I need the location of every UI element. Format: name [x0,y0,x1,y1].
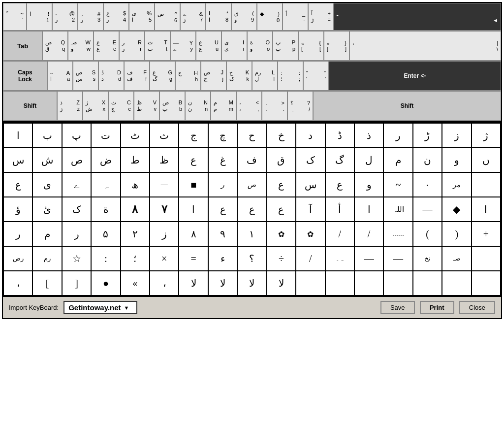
import-keyboard-dropdown[interactable]: Getintoway.net ▼ [63,301,137,314]
char-cell[interactable]: ، [150,271,179,296]
char-cell[interactable]: د [296,124,325,148]
char-cell[interactable]: ط [121,148,150,173]
key-b[interactable]: ضBبb [159,91,185,121]
key-backspace[interactable]: ـ◄ [334,3,501,31]
key-e[interactable]: عEعe [94,31,119,61]
char-cell[interactable]: ا [179,197,208,222]
char-cell[interactable]: رم [33,247,62,271]
key-z[interactable]: ذZزz [57,91,83,121]
key-0[interactable]: ◆)0 [257,3,283,31]
char-cell[interactable]: ڈ [326,124,355,148]
key-j[interactable]: ضJجj [201,61,226,91]
key-q[interactable]: ضQقq [42,31,68,61]
key-m[interactable]: مMمm [211,91,236,121]
char-cell[interactable]: م [33,222,62,247]
char-cell[interactable]: — [150,173,179,197]
char-cell[interactable]: ۲ [121,222,150,247]
char-cell[interactable] [442,271,472,296]
char-cell[interactable]: ہ [92,173,121,197]
char-cell[interactable]: ۰ [413,173,442,197]
char-cell[interactable]: ے [63,173,92,197]
char-cell[interactable]: ع [209,197,238,222]
key-u[interactable]: عUعu [196,31,221,61]
char-cell[interactable]: [ [33,271,62,296]
char-cell[interactable]: × [150,247,179,271]
char-cell[interactable]: ڑ [413,124,442,148]
key-5[interactable]: ی%ا5 [129,3,155,31]
char-cell[interactable]: پ [63,124,92,148]
char-cell[interactable]: نخ [413,247,442,271]
key-lbracket[interactable]: «{[[ [298,31,324,61]
char-cell[interactable]: ب [33,124,62,148]
char-cell[interactable]: ک [296,148,325,173]
char-cell[interactable]: ص [238,173,267,197]
char-cell[interactable]: لا [209,271,238,296]
char-cell[interactable]: ع [326,173,355,197]
char-cell[interactable] [384,271,413,296]
char-cell[interactable]: ٹ [121,124,150,148]
char-cell[interactable]: ع [4,173,33,197]
key-3[interactable]: ؍#ر3 [78,3,103,31]
key-shift-left[interactable]: Shift [3,91,57,121]
print-button[interactable]: Print [420,301,454,314]
key-l[interactable]: رمLلl [252,61,278,91]
char-cell[interactable]: أ [326,197,355,222]
key-2[interactable]: ،@ر2 [52,3,78,31]
char-cell[interactable]: اللہ [384,197,413,222]
char-cell[interactable]: س [296,173,325,197]
char-cell[interactable]: ■ [179,173,208,197]
char-cell[interactable]: لا [267,271,296,296]
char-cell[interactable]: ر [4,222,33,247]
key-p[interactable]: پPپp [273,31,298,61]
char-cell[interactable] [326,271,355,296]
key-w[interactable]: صـWوw [68,31,94,61]
key-1[interactable]: ا!1 [27,3,52,31]
char-cell[interactable]: س [4,148,33,173]
char-cell[interactable]: ع [267,173,296,197]
char-cell[interactable]: ئ [33,197,62,222]
char-cell[interactable]: / [355,222,384,247]
char-cell[interactable]: ر [209,173,238,197]
char-cell[interactable]: ؟ [238,247,267,271]
char-cell[interactable]: : [92,247,121,271]
char-cell[interactable]: ~ [384,173,413,197]
key-o[interactable]: ةOوo [247,31,273,61]
char-cell[interactable]: ، [4,271,33,296]
char-cell[interactable]: م [384,148,413,173]
char-cell[interactable]: ؤ [4,197,33,222]
char-cell[interactable]: صـ [442,247,472,271]
char-cell[interactable]: ق [267,148,296,173]
key-semicolon[interactable]: ::؛; [278,61,303,91]
char-cell[interactable]: ھ [121,173,150,197]
key-backtick[interactable]: ً~ ` [3,3,27,31]
key-d[interactable]: ڈDدd [98,61,124,91]
key-a[interactable]: ~Aاa [47,61,73,91]
char-cell[interactable]: ی [33,173,62,197]
char-cell[interactable]: ۵ [92,222,121,247]
key-c[interactable]: ثCچc [108,91,134,121]
char-cell[interactable]: ا [472,197,501,222]
char-cell[interactable]: — [355,247,384,271]
char-cell[interactable]: آ [296,197,325,222]
char-cell[interactable]: خ [267,124,296,148]
char-cell[interactable]: ÷ [267,247,296,271]
key-minus[interactable]: أ_- [283,3,308,31]
char-cell[interactable]: ؛ [121,247,150,271]
char-cell[interactable]: گ [326,148,355,173]
char-cell[interactable]: ۸ [121,197,150,222]
char-cell[interactable]: ز [442,124,472,148]
char-cell[interactable]: ۹ [209,222,238,247]
key-quote[interactable]: ""'' [303,61,329,91]
char-cell[interactable]: ا [355,197,384,222]
char-cell[interactable]: ژ [472,124,501,148]
key-7[interactable]: ے&ز7 [180,3,206,31]
char-cell[interactable]: ل [355,148,384,173]
close-button[interactable]: Close [459,301,495,314]
char-cell[interactable]: ذ [355,124,384,148]
key-backslash[interactable]: ،|\ [349,31,501,61]
key-slash[interactable]: ؟?ہ/ [287,91,313,121]
char-cell[interactable]: / [326,222,355,247]
key-v[interactable]: ظVطv [134,91,159,121]
char-cell[interactable]: ۸ [179,222,208,247]
key-shift-right[interactable]: Shift [313,91,501,121]
